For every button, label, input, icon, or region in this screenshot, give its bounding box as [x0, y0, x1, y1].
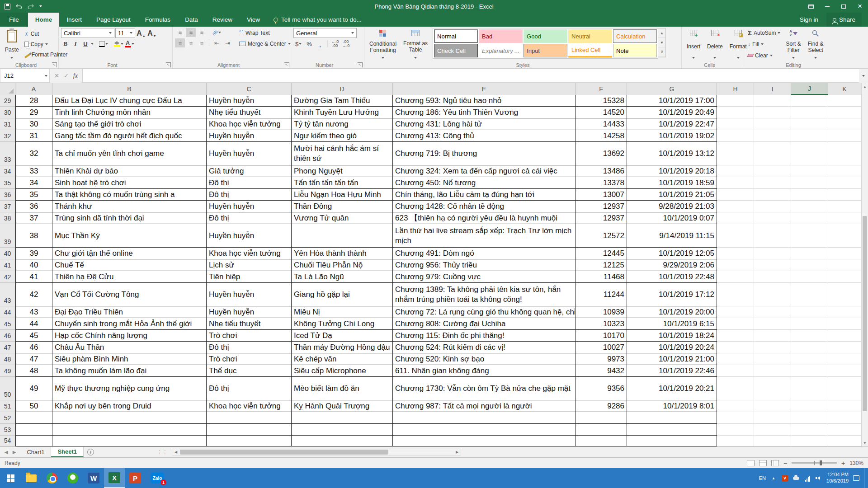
cell-H45[interactable]: [717, 318, 754, 330]
cell-C36[interactable]: Đô thị: [207, 189, 292, 201]
cell-H48[interactable]: [717, 353, 754, 365]
delete-cells-button[interactable]: × Delete: [704, 28, 726, 61]
cell-G35[interactable]: 10/1/2019 18:59: [627, 177, 717, 189]
row-header-45[interactable]: 45: [0, 318, 15, 330]
cell-B48[interactable]: Siêu phàm Bình Minh: [52, 353, 207, 365]
cell-J40[interactable]: [791, 248, 828, 259]
undo-icon[interactable]: [16, 4, 22, 9]
decrease-decimal-icon[interactable]: .00→.0: [341, 39, 351, 48]
cell-K54[interactable]: [828, 436, 861, 446]
cell-E50[interactable]: Chương 1730: Vẫn còn ôm Tỳ Bà nửa che gặ…: [393, 377, 576, 400]
cell-style-input[interactable]: Input: [524, 44, 567, 57]
cell-C46[interactable]: Trò chơi: [207, 330, 292, 342]
paste-button[interactable]: Paste: [2, 28, 22, 61]
cell-K40[interactable]: [828, 248, 861, 259]
cell-B39[interactable]: Mục Thần Ký: [52, 224, 207, 248]
cell-F42[interactable]: 11468: [576, 271, 627, 283]
accounting-format-icon[interactable]: $: [293, 39, 303, 48]
cell-J43[interactable]: [791, 283, 828, 306]
cell-E51[interactable]: Chương 987: Tất cả mọi người là người: [393, 400, 576, 412]
cell-J49[interactable]: [791, 365, 828, 377]
cell-F51[interactable]: 9286: [576, 400, 627, 412]
cell-C48[interactable]: Trò chơi: [207, 353, 292, 365]
cell-K53[interactable]: [828, 424, 861, 436]
cell-C47[interactable]: Đô thị: [207, 342, 292, 353]
sign-in-link[interactable]: Sign in: [800, 16, 818, 23]
cell-D33[interactable]: Mười hai cánh hắc ám sí thiên sứ: [292, 142, 393, 165]
cell-G34[interactable]: 10/1/2019 20:18: [627, 165, 717, 177]
cell-J30[interactable]: [791, 107, 828, 118]
cell-style-check-cell[interactable]: Check Cell: [434, 44, 478, 57]
row-header-37[interactable]: 37: [0, 201, 15, 212]
sheet-nav-left-icon[interactable]: ◀: [5, 450, 8, 455]
cell-H31[interactable]: [717, 118, 754, 130]
tell-me-box[interactable]: Tell me what you want to do...: [274, 13, 362, 27]
cell-I34[interactable]: [754, 165, 791, 177]
cell-E33[interactable]: Chương 719: Bị thương: [393, 142, 576, 165]
cell-J41[interactable]: [791, 259, 828, 271]
gallery-up-icon[interactable]: ▲: [658, 28, 665, 38]
cell-E37[interactable]: Chương 1428: Cố nhân tề động: [393, 201, 576, 212]
cell-F48[interactable]: 9973: [576, 353, 627, 365]
cell-G32[interactable]: 10/1/2019 19:02: [627, 130, 717, 142]
sheet-tab-sheet1[interactable]: Sheet1: [51, 447, 84, 457]
cell-style-calculation[interactable]: Calculation: [613, 29, 657, 43]
cell-C31[interactable]: Khoa học viễn tưởng: [207, 118, 292, 130]
cell-D34[interactable]: Phong Nguyệt: [292, 165, 393, 177]
cell-I51[interactable]: [754, 400, 791, 412]
cell-H43[interactable]: [717, 283, 754, 306]
cell-H44[interactable]: [717, 306, 754, 318]
row-header-34[interactable]: 34: [0, 165, 15, 177]
cell-J38[interactable]: [791, 212, 828, 224]
cell-H38[interactable]: [717, 212, 754, 224]
cell-I37[interactable]: [754, 201, 791, 212]
row-header-32[interactable]: 32: [0, 130, 15, 142]
cell-D47[interactable]: Thần máy Đường Hồng đậu: [292, 342, 393, 353]
sheet-tab-chart1[interactable]: Chart1: [20, 447, 51, 457]
tab-review[interactable]: Review: [205, 13, 240, 27]
cell-C33[interactable]: Huyền huyễn: [207, 142, 292, 165]
cell-F30[interactable]: 14520: [576, 107, 627, 118]
cell-E34[interactable]: Chương 324: Xem ta đến cấp ngươi cả cái …: [393, 165, 576, 177]
taskbar-excel[interactable]: X: [104, 468, 125, 488]
cell-H35[interactable]: [717, 177, 754, 189]
column-header-I[interactable]: I: [754, 83, 791, 95]
cell-F49[interactable]: 9432: [576, 365, 627, 377]
cell-D39[interactable]: [292, 224, 393, 248]
cell-D30[interactable]: Khinh Tuyền Lưu Hưởng: [292, 107, 393, 118]
cell-G40[interactable]: 10/1/2019 12:05: [627, 248, 717, 259]
cell-H54[interactable]: [717, 436, 754, 446]
align-left-icon[interactable]: ≡: [175, 38, 185, 47]
increase-font-icon[interactable]: A▲: [136, 28, 146, 38]
cell-I48[interactable]: [754, 353, 791, 365]
cell-C35[interactable]: Đô thị: [207, 177, 292, 189]
cell-A37[interactable]: 36: [15, 201, 52, 212]
cell-G51[interactable]: 10/1/2019 8:01: [627, 400, 717, 412]
cell-E41[interactable]: Chương 956: Thủy triều: [393, 259, 576, 271]
cell-E39[interactable]: Lần thứ hai live stream sắp xếp: Trạch T…: [393, 224, 576, 248]
cell-A31[interactable]: 30: [15, 118, 52, 130]
show-desktop-button[interactable]: [864, 468, 866, 488]
cell-E52[interactable]: [393, 412, 576, 424]
cell-G54[interactable]: [627, 436, 717, 446]
cell-I46[interactable]: [754, 330, 791, 342]
cell-G37[interactable]: 9/28/2019 21:03: [627, 201, 717, 212]
cell-D38[interactable]: Vương Tử quân: [292, 212, 393, 224]
cell-D31[interactable]: Tỷ tỷ tân nương: [292, 118, 393, 130]
page-break-view-icon[interactable]: [771, 460, 779, 466]
column-header-A[interactable]: A: [15, 83, 52, 95]
cell-A53[interactable]: [15, 424, 52, 436]
align-right-icon[interactable]: ≡: [197, 38, 207, 47]
cell-H32[interactable]: [717, 130, 754, 142]
cell-G30[interactable]: 10/1/2019 20:49: [627, 107, 717, 118]
cell-E29[interactable]: Chương 593: Ngủ tiêu hao nhỏ: [393, 95, 576, 107]
cell-A39[interactable]: 38: [15, 224, 52, 248]
cell-D52[interactable]: [292, 412, 393, 424]
cell-A48[interactable]: 47: [15, 353, 52, 365]
normal-view-icon[interactable]: [747, 460, 755, 466]
cell-B52[interactable]: [52, 412, 207, 424]
cell-A40[interactable]: 39: [15, 248, 52, 259]
cell-E46[interactable]: Chương 115: Đinh ốc phi thăng!: [393, 330, 576, 342]
cell-K30[interactable]: [828, 107, 861, 118]
cell-F32[interactable]: 14258: [576, 130, 627, 142]
